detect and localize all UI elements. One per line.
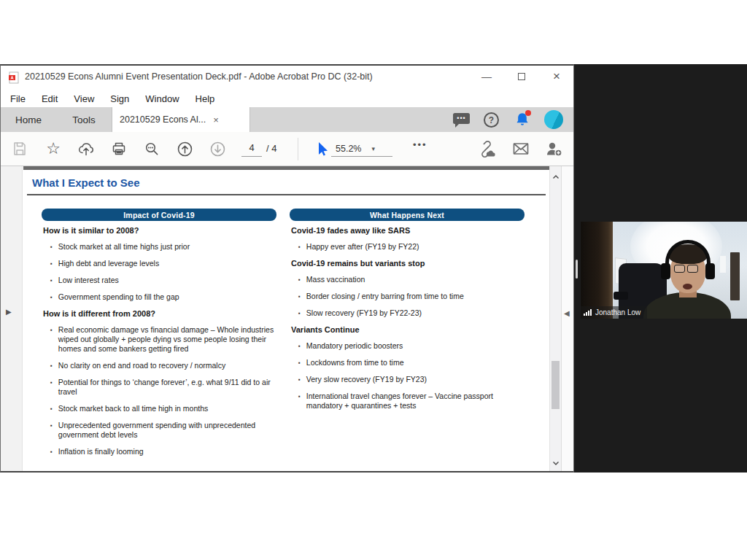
webcam-video[interactable]: Jonathan Low bbox=[581, 222, 747, 319]
menu-help[interactable]: Help bbox=[187, 90, 223, 107]
door-left bbox=[581, 222, 613, 319]
slide-section-heading: How is it similar to 2008? bbox=[43, 226, 276, 235]
slide-bullet: ▪Unprecedented government spending with … bbox=[50, 421, 276, 440]
acrobat-window: 20210529 Econs Alumni Event Presentation… bbox=[0, 64, 574, 472]
print-button[interactable] bbox=[107, 137, 131, 160]
add-user-button[interactable] bbox=[542, 137, 565, 160]
headphone-cup-left bbox=[661, 263, 670, 279]
tab-document[interactable]: 20210529 Econs Al... × bbox=[112, 107, 250, 132]
scroll-down-icon[interactable] bbox=[552, 459, 560, 467]
glasses-lens bbox=[674, 265, 685, 273]
navigation-pane-strip[interactable]: ▶ bbox=[1, 166, 23, 471]
bullet-square-icon: ▪ bbox=[50, 259, 53, 268]
chair-armrest bbox=[614, 292, 628, 300]
bullet-text: Slow recovery (FY19 by FY22-23) bbox=[306, 308, 422, 318]
bullet-text: Mass vaccination bbox=[306, 275, 365, 284]
participant-name: Jonathan Low bbox=[595, 308, 640, 317]
zoom-level-select[interactable]: 55.2% ▾ bbox=[331, 141, 392, 157]
slide-section-heading: Covid-19 remains but variants stop bbox=[291, 259, 525, 268]
slide-title: What I Expect to See bbox=[32, 176, 140, 189]
menu-view[interactable]: View bbox=[66, 90, 102, 107]
titlebar[interactable]: 20210529 Econs Alumni Event Presentation… bbox=[1, 66, 573, 90]
menu-file[interactable]: File bbox=[2, 90, 34, 107]
star-favorite-button[interactable]: ☆ bbox=[42, 137, 65, 160]
account-avatar[interactable] bbox=[544, 110, 563, 129]
document-area: ▶ What I Expect to See Impact of Covid-1… bbox=[1, 166, 573, 471]
screen: 20210529 Econs Alumni Event Presentation… bbox=[0, 0, 747, 560]
tab-document-label: 20210529 Econs Al... bbox=[120, 114, 206, 125]
wall-plaque bbox=[720, 256, 726, 273]
toolbar-divider bbox=[298, 138, 298, 160]
tab-tools[interactable]: Tools bbox=[56, 107, 112, 132]
pdf-viewport: What I Expect to See Impact of Covid-19 … bbox=[23, 166, 549, 471]
minimize-button[interactable]: — bbox=[476, 66, 498, 88]
bullet-square-icon: ▪ bbox=[50, 242, 53, 252]
tab-home[interactable]: Home bbox=[1, 107, 56, 132]
bullet-square-icon: ▪ bbox=[50, 325, 53, 354]
slide-section-heading: Variants Continue bbox=[291, 325, 525, 334]
vertical-scrollbar[interactable] bbox=[549, 166, 561, 471]
tools-pane-strip[interactable]: ◀ bbox=[561, 166, 573, 471]
more-tools-button[interactable]: ••• bbox=[413, 139, 427, 150]
column-body: Covid-19 fades away like SARS▪Happy ever… bbox=[290, 226, 525, 411]
bullet-square-icon: ▪ bbox=[298, 275, 301, 284]
menu-sign[interactable]: Sign bbox=[102, 90, 137, 107]
scroll-up-icon[interactable] bbox=[552, 174, 560, 181]
slide-bullet: ▪Border closing / entry barring from tim… bbox=[298, 292, 525, 301]
tab-close-icon[interactable]: × bbox=[213, 114, 219, 125]
audio-level-icon bbox=[584, 309, 592, 317]
bullet-square-icon: ▪ bbox=[298, 308, 301, 318]
tools-pane-collapse-icon[interactable]: ◀ bbox=[564, 309, 570, 317]
bullet-text: Government spending to fill the gap bbox=[58, 292, 179, 302]
glasses bbox=[674, 265, 702, 273]
next-page-button[interactable] bbox=[206, 137, 229, 160]
bullet-text: Real economic damage vs financial damage… bbox=[58, 325, 276, 354]
slide-bullet: ▪Government spending to fill the gap bbox=[50, 292, 276, 302]
bullet-square-icon: ▪ bbox=[50, 447, 53, 456]
slide-column-right: What Happens Next Covid-19 fades away li… bbox=[290, 209, 525, 418]
menu-window[interactable]: Window bbox=[137, 90, 187, 107]
share-cloud-button[interactable] bbox=[74, 137, 98, 160]
window-title: 20210529 Econs Alumni Event Presentation… bbox=[25, 71, 373, 82]
bullet-text: Unprecedented government spending with u… bbox=[58, 421, 276, 440]
slide-bullet: ▪Potential for things to ‘change forever… bbox=[50, 378, 276, 397]
nav-pane-expand-icon[interactable]: ▶ bbox=[6, 308, 12, 316]
bullet-text: Lockdowns from time to time bbox=[306, 358, 404, 368]
share-link-button[interactable] bbox=[475, 137, 498, 160]
bullet-square-icon: ▪ bbox=[298, 358, 301, 368]
bullet-text: Stock market back to all time high in mo… bbox=[58, 404, 208, 413]
help-icon[interactable]: ? bbox=[484, 112, 499, 128]
close-button[interactable]: × bbox=[546, 66, 568, 88]
bullet-text: Happy ever after (FY19 by FY22) bbox=[306, 242, 419, 252]
feedback-bubble-icon[interactable]: ••• bbox=[453, 113, 470, 124]
search-button[interactable] bbox=[140, 137, 163, 160]
bullet-square-icon: ▪ bbox=[50, 421, 53, 440]
scrollbar-thumb[interactable] bbox=[551, 361, 560, 409]
notifications-bell-icon[interactable] bbox=[514, 112, 530, 128]
maximize-button[interactable] bbox=[511, 66, 533, 88]
bullet-text: Stock market at all time highs just prio… bbox=[58, 242, 190, 252]
bubble-dots: ••• bbox=[453, 116, 470, 121]
page-number-input[interactable]: 4 bbox=[241, 141, 262, 157]
zoom-level-value: 55.2% bbox=[331, 144, 361, 154]
email-button[interactable] bbox=[509, 137, 533, 160]
save-button[interactable] bbox=[8, 137, 31, 160]
bullet-square-icon: ▪ bbox=[298, 375, 301, 384]
panel-drag-handle[interactable] bbox=[576, 260, 578, 279]
previous-page-button[interactable] bbox=[173, 137, 196, 160]
tabbar: Home Tools 20210529 Econs Al... × ••• ? bbox=[1, 107, 573, 132]
bullet-text: No clarity on end and road to recovery /… bbox=[58, 361, 225, 370]
slide-bullet: ▪Mandatory periodic boosters bbox=[298, 341, 525, 351]
slide-bullet: ▪Lockdowns from time to time bbox=[298, 358, 525, 368]
participant-mouth bbox=[683, 284, 692, 289]
participant-name-tag: Jonathan Low bbox=[581, 306, 647, 319]
select-tool-button[interactable] bbox=[310, 137, 333, 160]
menu-edit[interactable]: Edit bbox=[34, 90, 66, 107]
bullet-text: Potential for things to ‘change forever’… bbox=[58, 378, 276, 397]
bullet-text: Low interest rates bbox=[58, 276, 119, 285]
bullet-text: Mandatory periodic boosters bbox=[306, 341, 403, 351]
door-right bbox=[730, 252, 740, 300]
bullet-square-icon: ▪ bbox=[50, 404, 53, 413]
pdf-page: What I Expect to See Impact of Covid-19 … bbox=[23, 170, 549, 471]
slide-bullet: ▪High debt and leverage levels bbox=[50, 259, 276, 268]
